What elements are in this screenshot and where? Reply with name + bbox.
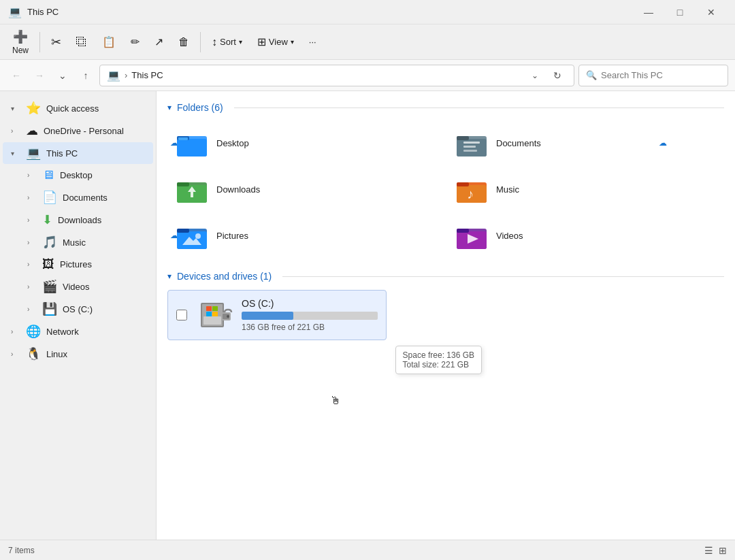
sort-button[interactable]: ↕ Sort ▾	[205, 27, 249, 57]
status-item-count: 7 items	[8, 546, 35, 555]
view-icon: ⊞	[257, 35, 266, 48]
folder-svg-music: ♪	[455, 173, 488, 205]
chevron-right-icon: ›	[11, 350, 20, 358]
tooltip-total: Total size: 221 GB	[403, 360, 474, 369]
paste-button[interactable]: 📋	[95, 27, 122, 57]
sidebar-item-label: Desktop	[60, 170, 145, 180]
folder-icon-desktop	[176, 127, 208, 159]
cursor-indicator: 🖱	[330, 395, 341, 407]
sidebar-item-downloads[interactable]: › ⬇ Downloads	[3, 209, 153, 231]
maximize-button[interactable]: □	[664, 0, 696, 24]
search-input[interactable]	[601, 70, 721, 80]
sort-label: Sort	[220, 37, 236, 47]
minimize-button[interactable]: —	[633, 0, 664, 24]
folder-desktop[interactable]: ☁ Desktop	[167, 121, 444, 165]
svg-point-22	[195, 233, 201, 239]
title-bar-left: 💻 This PC	[8, 5, 59, 18]
folder-documents[interactable]: ☁ Documents	[447, 121, 724, 165]
refresh-button[interactable]: ↻	[548, 66, 567, 85]
sidebar-item-desktop[interactable]: › 🖥 Desktop	[3, 165, 153, 186]
folder-pictures[interactable]: ☁ Pictures	[167, 214, 444, 257]
videos-folder-icon: 🎬	[42, 279, 57, 294]
folder-downloads[interactable]: Downloads	[167, 167, 444, 211]
title-bar-icon: 💻	[8, 5, 22, 18]
back-button[interactable]: ←	[7, 66, 26, 85]
list-view-icon[interactable]: ☰	[704, 545, 713, 556]
folders-section-header[interactable]: ▾ Folders (6)	[167, 102, 724, 113]
drive-tooltip: Space free: 136 GB Total size: 221 GB	[395, 346, 482, 374]
folder-svg-desktop	[176, 127, 208, 159]
folder-name-downloads: Downloads	[216, 184, 260, 195]
svg-rect-1	[177, 139, 207, 157]
svg-rect-7	[463, 142, 480, 144]
drive-osc[interactable]: OS (C:) 136 GB free of 221 GB	[167, 290, 387, 340]
delete-icon: 🗑	[178, 36, 189, 48]
svg-rect-29	[203, 316, 221, 325]
devices-section-header[interactable]: ▾ Devices and drives (1)	[167, 271, 724, 282]
copy-button[interactable]: ⿻	[69, 27, 94, 57]
chevron-right-icon: ›	[27, 283, 37, 291]
search-box[interactable]: 🔍	[578, 65, 728, 86]
status-bar: 7 items ☰ ⊞	[0, 540, 735, 560]
sidebar-item-network[interactable]: › 🌐 Network	[3, 320, 153, 342]
pictures-folder-icon: 🖼	[42, 257, 54, 271]
svg-rect-6	[457, 136, 469, 140]
address-dropdown-button[interactable]: ⌄	[529, 69, 541, 82]
chevron-right-icon: ›	[27, 261, 37, 268]
share-button[interactable]: ↗	[148, 27, 170, 57]
chevron-right-icon: ›	[27, 216, 37, 224]
up-button[interactable]: ↑	[76, 66, 95, 85]
new-button[interactable]: ➕ New	[5, 27, 35, 57]
cut-button[interactable]: ✂	[44, 27, 68, 57]
sidebar-item-pictures[interactable]: › 🖼 Pictures	[3, 254, 153, 275]
chevron-right-icon: ›	[27, 194, 37, 201]
sort-icon: ↕	[212, 36, 217, 48]
drive-bar-fill	[242, 312, 293, 320]
sidebar-item-documents[interactable]: › 📄 Documents	[3, 186, 153, 208]
address-row: ← → ⌄ ↑ 💻 › This PC ⌄ ↻ 🔍	[0, 60, 735, 91]
folder-videos[interactable]: Videos	[447, 214, 724, 257]
folder-name-documents: Documents	[496, 138, 541, 148]
drive-checkbox[interactable]	[176, 310, 187, 320]
share-icon: ↗	[154, 35, 163, 48]
title-bar: 💻 This PC — □ ✕	[0, 0, 735, 24]
devices-section-label: Devices and drives (1)	[177, 271, 272, 282]
view-button[interactable]: ⊞ View ▾	[250, 27, 301, 57]
more-button[interactable]: ···	[302, 27, 323, 57]
expand-button[interactable]: ⌄	[53, 66, 72, 85]
sidebar-item-videos[interactable]: › 🎬 Videos	[3, 276, 153, 297]
forward-button[interactable]: →	[30, 66, 49, 85]
grid-view-icon[interactable]: ⊞	[719, 545, 727, 556]
svg-rect-30	[206, 306, 212, 311]
chevron-down-icon: ▾	[11, 150, 20, 157]
sidebar-item-music[interactable]: › 🎵 Music	[3, 231, 153, 253]
svg-rect-20	[177, 229, 189, 233]
chevron-right-icon: ›	[11, 127, 20, 135]
folder-svg-videos	[455, 219, 488, 252]
devices-section-divider	[282, 276, 724, 277]
sidebar-item-this-pc[interactable]: ▾ 💻 This PC	[3, 142, 153, 164]
sidebar-item-label: Network	[46, 327, 145, 337]
address-bar[interactable]: 💻 › This PC ⌄ ↻	[99, 65, 574, 86]
sidebar-item-quick-access[interactable]: ▾ ⭐ Quick access	[3, 97, 153, 119]
folder-svg-downloads	[176, 173, 208, 205]
folder-name-music: Music	[496, 184, 519, 195]
chevron-right-icon: ›	[27, 171, 37, 179]
copy-icon: ⿻	[76, 36, 87, 48]
folder-name-pictures: Pictures	[216, 231, 248, 241]
sidebar-item-linux[interactable]: › 🐧 Linux	[3, 343, 153, 365]
rename-button[interactable]: ✏	[124, 27, 146, 57]
folders-section-label: Folders (6)	[177, 102, 223, 113]
sidebar-item-label: Downloads	[58, 215, 145, 225]
paste-icon: 📋	[102, 35, 116, 48]
delete-button[interactable]: 🗑	[172, 27, 196, 57]
svg-point-36	[227, 315, 229, 318]
view-label: View	[269, 37, 288, 47]
svg-rect-25	[457, 229, 469, 233]
close-button[interactable]: ✕	[696, 0, 727, 24]
sidebar-item-onedrive[interactable]: › ☁ OneDrive - Personal	[3, 120, 153, 142]
folder-icon-documents	[455, 127, 488, 159]
sidebar-item-osc[interactable]: › 💾 OS (C:)	[3, 298, 153, 320]
folder-music[interactable]: ♪ Music	[447, 167, 724, 211]
svg-text:♪: ♪	[467, 186, 474, 201]
